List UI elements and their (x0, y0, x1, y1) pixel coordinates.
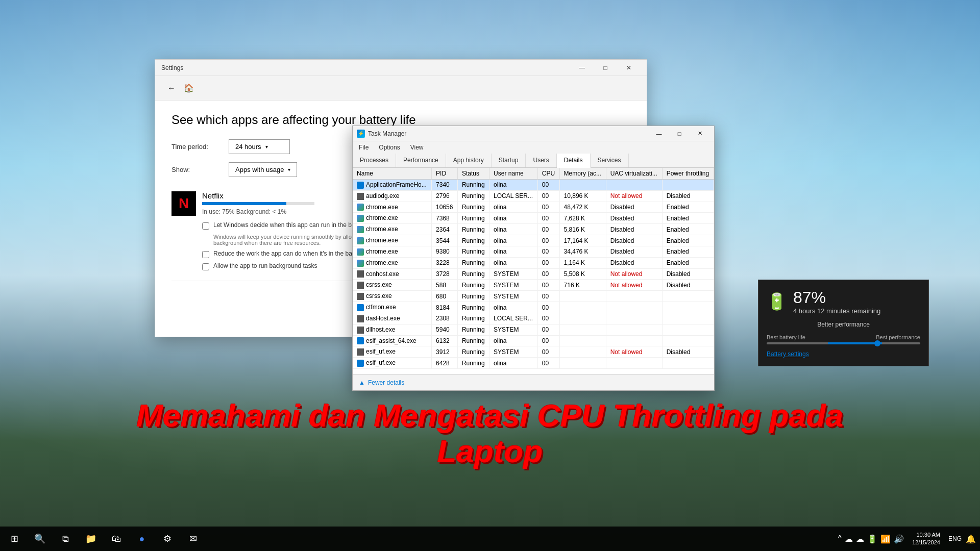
battery-icon: 🔋 (767, 292, 787, 311)
start-button[interactable]: ⊞ (2, 527, 27, 551)
cell-name: chrome.exe (353, 257, 432, 268)
task-manager-maximize-button[interactable]: □ (669, 126, 690, 141)
cell-cpu: 00 (537, 335, 559, 346)
settings-back-button[interactable]: ← (163, 80, 180, 96)
cell-cpu: 00 (537, 213, 559, 224)
cell-name: chrome.exe (353, 202, 432, 213)
settings-window-controls: — □ ✕ (570, 60, 641, 76)
cell-power (662, 180, 714, 191)
settings-minimize-button[interactable]: — (570, 60, 594, 76)
task-manager-close-button[interactable]: ✕ (690, 126, 710, 141)
table-row[interactable]: esif_uf.exe 3912 Running SYSTEM 00 Not a… (353, 346, 714, 358)
volume-icon[interactable]: 🔊 (894, 534, 904, 544)
table-row[interactable]: audiodg.exe 2796 Running LOCAL SER... 00… (353, 190, 714, 202)
cell-uac (606, 313, 662, 324)
cell-status: Running (457, 302, 489, 313)
notification-icon[interactable]: 🔔 (966, 534, 976, 544)
netflix-usage-bar (202, 202, 314, 205)
taskbar-clock[interactable]: 10:30 AM 12/15/2024 (908, 531, 944, 547)
table-row[interactable]: chrome.exe 2364 Running olina 00 5,816 K… (353, 224, 714, 235)
table-row[interactable]: esif_assist_64.exe 6132 Running olina 00 (353, 335, 714, 346)
tm-menu-file[interactable]: File (355, 143, 373, 152)
table-row[interactable]: ApplicationFrameHo... 7340 Running olina… (353, 180, 714, 191)
language-indicator[interactable]: ENG (948, 535, 962, 542)
cell-status: Running (457, 335, 489, 346)
cell-status: Running (457, 246, 489, 257)
table-row[interactable]: ctfmon.exe 8184 Running olina 00 (353, 302, 714, 313)
col-uac[interactable]: UAC virtualizati... (606, 168, 662, 180)
tab-app-history[interactable]: App history (446, 154, 492, 167)
tm-menu-view[interactable]: View (406, 143, 428, 152)
task-view-button[interactable]: ⧉ (53, 527, 78, 551)
file-explorer-button[interactable]: 📁 (79, 527, 103, 551)
table-row[interactable]: csrss.exe 680 Running SYSTEM 00 (353, 291, 714, 302)
checkbox-allow-background[interactable] (202, 263, 209, 270)
tab-details[interactable]: Details (557, 154, 591, 168)
mail-taskbar-button[interactable]: ✉ (181, 527, 205, 551)
table-row[interactable]: dllhost.exe 5940 Running SYSTEM 00 (353, 324, 714, 335)
table-row[interactable]: chrome.exe 3228 Running olina 00 1,164 K… (353, 257, 714, 268)
show-chevron-icon: ▾ (288, 167, 290, 172)
wifi-icon[interactable]: 📶 (880, 534, 891, 544)
col-pid[interactable]: PID (432, 168, 458, 180)
cell-power (662, 302, 714, 313)
cell-pid: 6132 (432, 335, 458, 346)
cell-user: SYSTEM (489, 324, 538, 335)
process-icon (357, 237, 364, 244)
network-icon[interactable]: ☁ (845, 534, 853, 544)
tab-performance[interactable]: Performance (396, 154, 446, 167)
cell-status: Running (457, 280, 489, 291)
cell-name: csrss.exe (353, 280, 432, 291)
cell-memory: 5,816 K (559, 224, 606, 235)
fewer-details-button[interactable]: ▲ Fewer details (353, 374, 714, 390)
cell-power: Disabled (662, 280, 714, 291)
col-name[interactable]: Name (353, 168, 432, 180)
time-period-dropdown[interactable]: 24 hours ▾ (229, 139, 290, 154)
cell-uac: Disabled (606, 235, 662, 246)
task-manager-minimize-button[interactable]: — (649, 126, 669, 141)
cloud-icon[interactable]: ☁ (856, 534, 864, 544)
cell-power (662, 335, 714, 346)
chrome-taskbar-button[interactable]: ● (130, 527, 154, 551)
table-row[interactable]: chrome.exe 9380 Running olina 00 34,476 … (353, 246, 714, 257)
table-row[interactable]: chrome.exe 3544 Running olina 00 17,164 … (353, 235, 714, 246)
checkbox-windows-decide[interactable] (202, 222, 209, 230)
process-icon (357, 348, 364, 356)
store-button[interactable]: 🛍 (104, 527, 129, 551)
table-row[interactable]: chrome.exe 10656 Running olina 00 48,472… (353, 202, 714, 213)
show-dropdown[interactable]: Apps with usage ▾ (229, 162, 297, 177)
battery-settings-link[interactable]: Battery settings (767, 350, 920, 358)
col-memory[interactable]: Memory (ac... (559, 168, 606, 180)
checkbox-reduce-work[interactable] (202, 251, 209, 258)
task-manager-table-container[interactable]: Name PID Status User name CPU Memory (ac… (353, 168, 714, 374)
table-row[interactable]: esif_uf.exe 6428 Running olina 00 (353, 358, 714, 369)
cell-user: SYSTEM (489, 268, 538, 280)
chevron-up-icon[interactable]: ^ (838, 534, 842, 543)
battery-taskbar-icon[interactable]: 🔋 (867, 534, 877, 544)
table-row[interactable]: csrss.exe 588 Running SYSTEM 00 716 K No… (353, 280, 714, 291)
tab-services[interactable]: Services (591, 154, 629, 167)
cell-user: olina (489, 302, 538, 313)
tab-startup[interactable]: Startup (492, 154, 526, 167)
cell-status: Running (457, 190, 489, 202)
col-username[interactable]: User name (489, 168, 538, 180)
col-status[interactable]: Status (457, 168, 489, 180)
col-cpu[interactable]: CPU (537, 168, 559, 180)
cell-uac: Disabled (606, 257, 662, 268)
cell-memory (559, 180, 606, 191)
search-button[interactable]: 🔍 (28, 527, 52, 551)
table-row[interactable]: dasHost.exe 2308 Running LOCAL SER... 00 (353, 313, 714, 324)
table-row[interactable]: conhost.exe 3728 Running SYSTEM 00 5,508… (353, 268, 714, 280)
settings-taskbar-button[interactable]: ⚙ (155, 527, 180, 551)
tm-menu-options[interactable]: Options (375, 143, 404, 152)
col-power[interactable]: Power throttling (662, 168, 714, 180)
time-period-chevron-icon: ▾ (265, 144, 268, 149)
table-row[interactable]: chrome.exe 7368 Running olina 00 7,628 K… (353, 213, 714, 224)
settings-maximize-button[interactable]: □ (594, 60, 617, 76)
battery-percentage: 87% (793, 288, 880, 307)
settings-close-button[interactable]: ✕ (617, 60, 641, 76)
battery-slider[interactable] (767, 342, 920, 344)
tab-users[interactable]: Users (526, 154, 556, 167)
cell-user: olina (489, 246, 538, 257)
tab-processes[interactable]: Processes (353, 154, 396, 167)
